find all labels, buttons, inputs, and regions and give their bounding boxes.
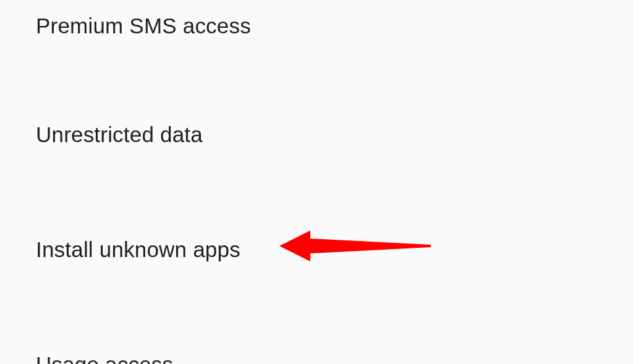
settings-list: Premium SMS access Unrestricted data Ins…: [0, 0, 633, 364]
settings-item-install-unknown[interactable]: Install unknown apps: [36, 232, 633, 267]
settings-item-usage-access[interactable]: Usage access: [36, 347, 633, 364]
settings-item-unrestricted-data[interactable]: Unrestricted data: [36, 117, 633, 152]
settings-item-premium-sms[interactable]: Premium SMS access: [36, 9, 633, 43]
